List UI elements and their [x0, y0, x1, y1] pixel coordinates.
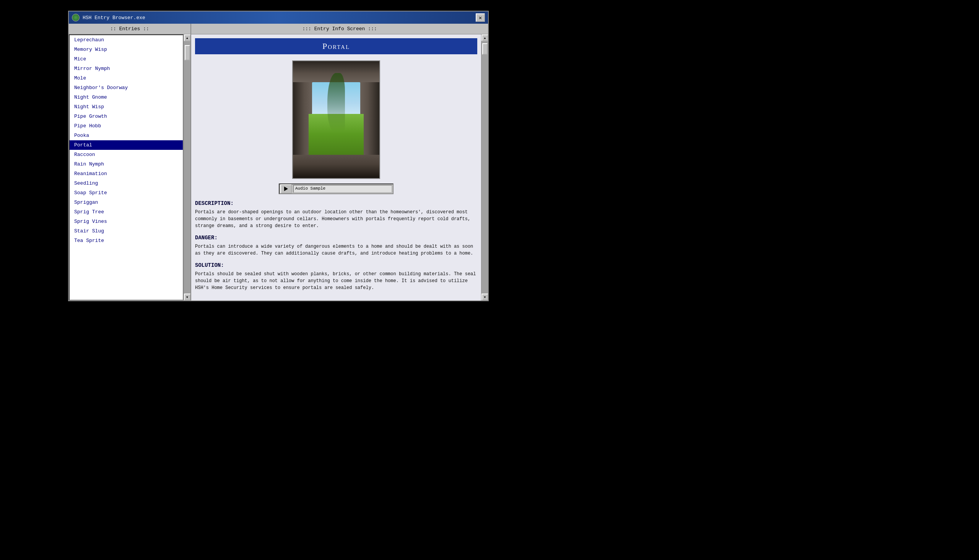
app-window: HSH Entry Browser.exe ✕ :: Entries :: Le… [68, 11, 489, 301]
solution-text: Portals should be sealed shut with woode… [195, 271, 477, 291]
right-scroll-thumb[interactable] [482, 43, 488, 55]
list-item-portal[interactable]: Portal [70, 140, 183, 150]
list-item[interactable]: Mice [70, 54, 183, 64]
entries-header: :: Entries :: [69, 24, 190, 34]
close-button[interactable]: ✕ [476, 13, 485, 22]
image-container [195, 60, 477, 179]
right-scroll-track [482, 41, 488, 293]
right-scrollbar[interactable]: ▲ ▼ [481, 34, 488, 300]
list-item[interactable]: Memory Wisp [70, 45, 183, 54]
list-item[interactable]: Reanimation [70, 169, 183, 178]
list-item[interactable]: Rain Nymph [70, 159, 183, 169]
list-item[interactable]: Stair Slug [70, 226, 183, 236]
audio-control: Audio Sample [279, 183, 394, 194]
list-item[interactable]: Night Gnome [70, 93, 183, 102]
list-item[interactable]: Pooka [70, 131, 183, 140]
list-item[interactable]: Neighbor's Doorway [70, 83, 183, 93]
list-item[interactable]: Leprechaun [70, 35, 183, 45]
scroll-track [184, 41, 190, 293]
list-container: Leprechaun Memory Wisp Mice Mirror Nymph… [69, 34, 190, 300]
audio-progress[interactable]: Audio Sample [294, 185, 392, 193]
scroll-thumb[interactable] [185, 45, 190, 60]
list-item[interactable]: Mole [70, 73, 183, 83]
stone-bottom [293, 155, 379, 178]
scroll-down-button[interactable]: ▼ [184, 293, 191, 300]
entry-content: Portal [191, 34, 481, 300]
list-item[interactable]: Seedling [70, 178, 183, 188]
title-bar-text: HSH Entry Browser.exe [83, 15, 473, 21]
list-item[interactable]: Spriggan [70, 198, 183, 207]
danger-label: DANGER: [195, 235, 477, 241]
main-area: :: Entries :: Leprechaun Memory Wisp Mic… [69, 24, 488, 300]
list-scrollbar[interactable]: ▲ ▼ [183, 34, 190, 300]
entries-list[interactable]: Leprechaun Memory Wisp Mice Mirror Nymph… [69, 34, 183, 300]
right-scroll-down-button[interactable]: ▼ [482, 293, 488, 300]
portal-image [292, 60, 380, 179]
description-text: Portals are door-shaped openings to an o… [195, 209, 477, 229]
scroll-up-button[interactable]: ▲ [184, 34, 191, 41]
list-item[interactable]: Mirror Nymph [70, 64, 183, 73]
audio-label: Audio Sample [295, 186, 325, 191]
danger-text: Portals can introduce a wide variety of … [195, 243, 477, 257]
portal-vine [327, 73, 345, 132]
title-bar: HSH Entry Browser.exe ✕ [69, 12, 488, 24]
list-item[interactable]: Sprig Vines [70, 217, 183, 226]
play-icon [284, 187, 288, 191]
list-item[interactable]: Tea Sprite [70, 236, 183, 245]
right-content-area: Portal [191, 34, 488, 300]
play-button[interactable] [280, 184, 292, 193]
list-item[interactable]: Pipe Hobb [70, 121, 183, 131]
description-label: DESCRIPTION: [195, 200, 477, 207]
list-item[interactable]: Soap Sprite [70, 188, 183, 198]
entry-title-bar: Portal [195, 38, 477, 54]
left-panel: :: Entries :: Leprechaun Memory Wisp Mic… [69, 24, 191, 300]
list-item[interactable]: Pipe Growth [70, 112, 183, 121]
list-item[interactable]: Night Wisp [70, 102, 183, 112]
app-icon [72, 14, 80, 22]
list-item[interactable]: Raccoon [70, 150, 183, 159]
entry-title: Portal [322, 41, 350, 51]
solution-label: SOLUTION: [195, 262, 477, 268]
right-scroll-up-button[interactable]: ▲ [482, 34, 488, 41]
right-panel: ::: Entry Info Screen ::: Portal [191, 24, 488, 300]
audio-bar: Audio Sample [195, 183, 477, 194]
list-item[interactable]: Sprig Tree [70, 207, 183, 217]
entry-info-header: ::: Entry Info Screen ::: [191, 24, 488, 34]
